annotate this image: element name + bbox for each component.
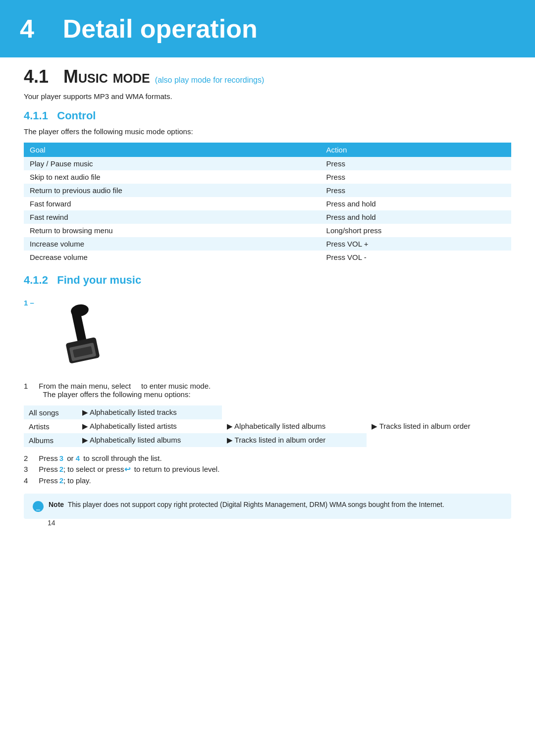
find-music-title: Find your music <box>57 274 141 286</box>
table-cell: Return to previous audio file <box>24 184 321 197</box>
chapter-header: 4 Detail operation <box>0 0 535 57</box>
section-title: Music mode <box>63 66 150 87</box>
subsection-control: 4.1.1 Control The player offers the foll… <box>24 109 511 264</box>
control-table: Goal Action Play / Pause musicPressSkip … <box>24 143 511 264</box>
figure-area: 1 – <box>24 296 511 375</box>
menu-tree-cell: ▶ Alphabetically listed albums <box>77 433 222 447</box>
section-heading: 4.1 Music mode (also play mode for recor… <box>24 66 511 87</box>
table-cell: Long/short press <box>321 224 511 237</box>
page-number: 14 <box>48 519 535 527</box>
menu-tree-row: All songs▶ Alphabetically listed tracks <box>24 405 511 419</box>
find-music-number: 4.1.2 <box>24 274 48 286</box>
menu-tree-cell: ▶ Alphabetically listed tracks <box>77 405 222 419</box>
subsec-number: 4.1.1 <box>24 109 48 122</box>
menu-tree: All songs▶ Alphabetically listed tracksA… <box>24 405 511 447</box>
subsection-control-title: 4.1.1 Control <box>24 109 511 122</box>
menu-tree-cell: ▶ Alphabetically listed artists <box>77 419 222 433</box>
step-4: 4 Press 2; to play. <box>24 476 511 485</box>
table-cell: Fast forward <box>24 197 321 210</box>
table-header-action: Action <box>321 143 511 157</box>
chapter-number: 4 <box>20 14 34 43</box>
subsection-find-music: 4.1.2 Find your music 1 – <box>24 274 511 519</box>
step-3: 3 Press 2; to select or press↩ to return… <box>24 465 511 474</box>
menu-tree-row: Artists▶ Alphabetically listed artists▶ … <box>24 419 511 433</box>
table-header-goal: Goal <box>24 143 321 157</box>
table-cell: Increase volume <box>24 237 321 251</box>
table-cell: Return to browsing menu <box>24 224 321 237</box>
section-number: 4.1 <box>24 66 49 87</box>
control-description: The player offers the following music mo… <box>24 127 511 136</box>
table-cell: Press <box>321 184 511 197</box>
menu-tree-cell: ▶ Alphabetically listed albums <box>222 419 367 433</box>
table-cell: Fast rewind <box>24 210 321 224</box>
menu-tree-cell: ▶ Tracks listed in album order <box>367 419 511 433</box>
table-cell: Press VOL + <box>321 237 511 251</box>
table-cell: Skip to next audio file <box>24 170 321 184</box>
step-1: 1 From the main menu, select to enter mu… <box>24 382 511 399</box>
subsec-title: Control <box>57 109 96 122</box>
table-cell: Press and hold <box>321 210 511 224</box>
note-text: Note This player does not support copy r… <box>49 501 444 508</box>
usb-plug-image <box>53 296 117 375</box>
steps-list: 1 From the main menu, select to enter mu… <box>24 382 511 399</box>
figure-label: 1 – <box>24 299 39 307</box>
table-cell: Press <box>321 157 511 170</box>
table-cell: Press VOL - <box>321 251 511 264</box>
table-cell: Press and hold <box>321 197 511 210</box>
table-cell: Decrease volume <box>24 251 321 264</box>
step-2: 2 Press 3 or 4 to scroll through the lis… <box>24 454 511 462</box>
menu-tree-cell: Artists <box>24 419 77 433</box>
more-steps: 2 Press 3 or 4 to scroll through the lis… <box>24 454 511 485</box>
menu-tree-row: Albums▶ Alphabetically listed albums▶ Tr… <box>24 433 511 447</box>
note-box: ⎯ Note This player does not support copy… <box>24 494 511 519</box>
menu-tree-cell: ▶ Tracks listed in album order <box>222 433 367 447</box>
intro-text: Your player supports MP3 and WMA formats… <box>24 92 511 101</box>
table-cell: Press <box>321 170 511 184</box>
section-subtitle: (also play mode for recordings) <box>155 76 265 85</box>
menu-tree-cell: Albums <box>24 433 77 447</box>
table-cell: Play / Pause music <box>24 157 321 170</box>
note-icon: ⎯ <box>33 501 44 512</box>
subsection-find-music-title: 4.1.2 Find your music <box>24 274 511 287</box>
menu-tree-cell: All songs <box>24 405 77 419</box>
chapter-title: Detail operation <box>63 14 258 43</box>
